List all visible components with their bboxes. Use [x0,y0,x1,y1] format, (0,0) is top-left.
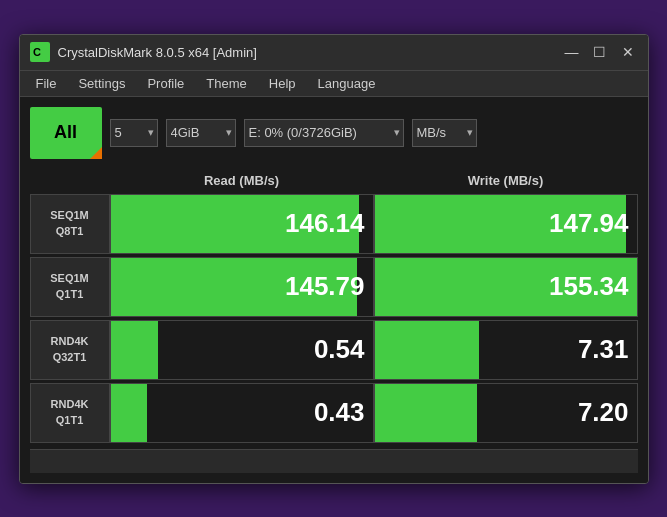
read-cell-2: 0.54 [110,320,374,380]
main-content: All 1 3 5 9 1GiB 4GiB 8GiB 16GiB 32GiB 6… [20,97,648,483]
window-controls: — ☐ ✕ [562,45,638,59]
table-row: RND4K Q32T1 0.54 7.31 [30,320,638,380]
row-label-3: RND4K Q1T1 [30,383,110,443]
count-select[interactable]: 1 3 5 9 [110,119,158,147]
unit-select-wrap: MB/s GB/s IOPS μs [412,119,477,147]
write-value-2: 7.31 [578,334,629,365]
read-value-2: 0.54 [314,334,365,365]
drive-select[interactable]: E: 0% (0/3726GiB) [244,119,404,147]
menu-item-profile[interactable]: Profile [137,73,194,94]
write-value-1: 155.34 [549,271,629,302]
all-button[interactable]: All [30,107,102,159]
window-title: CrystalDiskMark 8.0.5 x64 [Admin] [58,45,562,60]
read-bar-2 [111,321,158,379]
menu-item-help[interactable]: Help [259,73,306,94]
minimize-button[interactable]: — [562,45,582,59]
write-bar-2 [375,321,480,379]
row-label-1: SEQ1M Q1T1 [30,257,110,317]
col-read-header: Read (MB/s) [110,169,374,192]
menu-item-file[interactable]: File [26,73,67,94]
benchmark-table: SEQ1M Q8T1 146.14 147.94 SEQ1M Q1T1 145.… [30,194,638,443]
main-window: C CrystalDiskMark 8.0.5 x64 [Admin] — ☐ … [19,34,649,484]
unit-select[interactable]: MB/s GB/s IOPS μs [412,119,477,147]
menu-bar: FileSettingsProfileThemeHelpLanguage [20,71,648,97]
table-header: Read (MB/s) Write (MB/s) [30,169,638,192]
size-select[interactable]: 1GiB 4GiB 8GiB 16GiB 32GiB 64GiB [166,119,236,147]
svg-text:C: C [33,46,41,58]
write-cell-3: 7.20 [374,383,638,443]
count-select-wrap: 1 3 5 9 [110,119,158,147]
read-cell-1: 145.79 [110,257,374,317]
write-value-0: 147.94 [549,208,629,239]
size-select-wrap: 1GiB 4GiB 8GiB 16GiB 32GiB 64GiB [166,119,236,147]
read-value-3: 0.43 [314,397,365,428]
toolbar: All 1 3 5 9 1GiB 4GiB 8GiB 16GiB 32GiB 6… [30,107,638,159]
write-value-3: 7.20 [578,397,629,428]
row-label-0: SEQ1M Q8T1 [30,194,110,254]
title-bar: C CrystalDiskMark 8.0.5 x64 [Admin] — ☐ … [20,35,648,71]
app-logo: C [30,42,50,62]
read-value-1: 145.79 [285,271,365,302]
menu-item-theme[interactable]: Theme [196,73,256,94]
table-row: SEQ1M Q8T1 146.14 147.94 [30,194,638,254]
menu-item-settings[interactable]: Settings [68,73,135,94]
table-row: SEQ1M Q1T1 145.79 155.34 [30,257,638,317]
write-cell-2: 7.31 [374,320,638,380]
write-cell-1: 155.34 [374,257,638,317]
maximize-button[interactable]: ☐ [590,45,610,59]
table-row: RND4K Q1T1 0.43 7.20 [30,383,638,443]
read-value-0: 146.14 [285,208,365,239]
status-bar [30,449,638,473]
write-cell-0: 147.94 [374,194,638,254]
drive-select-wrap: E: 0% (0/3726GiB) [244,119,404,147]
read-cell-0: 146.14 [110,194,374,254]
menu-item-language[interactable]: Language [308,73,386,94]
col-write-header: Write (MB/s) [374,169,638,192]
close-button[interactable]: ✕ [618,45,638,59]
read-bar-3 [111,384,148,442]
write-bar-3 [375,384,477,442]
read-cell-3: 0.43 [110,383,374,443]
row-label-2: RND4K Q32T1 [30,320,110,380]
